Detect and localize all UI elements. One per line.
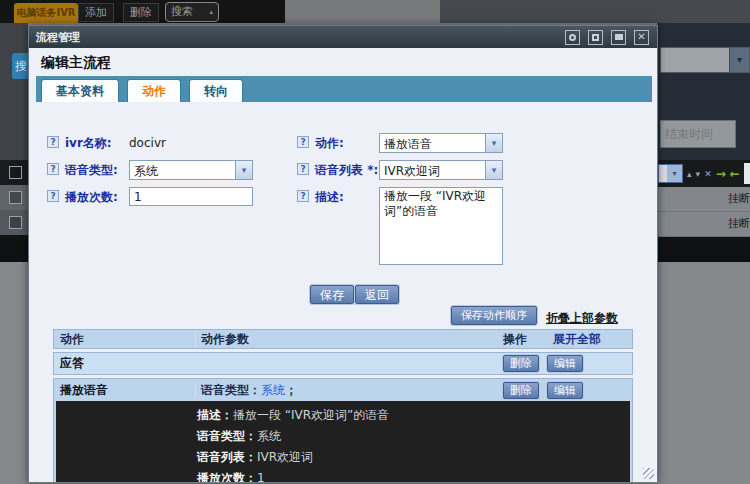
bg-toolbar-box: [744, 163, 750, 184]
voice-type-link[interactable]: 系统: [261, 383, 285, 397]
row-action-name: 应答: [54, 355, 195, 372]
bg-grid-header-row: [0, 160, 28, 185]
background-topbar-right: [440, 0, 750, 23]
detail-line: 播放次数：1: [197, 468, 622, 482]
bg-search-toggle[interactable]: 搜索 ▴: [165, 2, 219, 22]
row-params: 语音类型：系统；: [195, 382, 503, 399]
bg-table-footer: [657, 237, 750, 262]
row-action-name: 播放语音: [54, 382, 195, 399]
window-body: 编辑主流程 基本资料 动作 转向 ? ivr名称: docivr ? 语音类型:…: [29, 48, 657, 482]
checkbox[interactable]: [9, 216, 22, 229]
help-icon[interactable]: ?: [297, 190, 309, 202]
page: 电脑话务IVR 添加 删除 搜索 ▴ 搜 ▾ ▾ ▴ ▾ ✕ → ← 挂断 挂断…: [0, 0, 750, 484]
background-left-panel: [0, 23, 28, 160]
clear-icon[interactable]: ✕: [704, 169, 712, 179]
bg-table-row: 挂断: [657, 187, 750, 212]
chevron-down-icon: ▾: [485, 134, 502, 152]
detail-line: 语音类型：系统: [197, 426, 622, 447]
checkbox[interactable]: [9, 191, 22, 204]
collapse-icon: ▴: [209, 3, 213, 21]
tab-basic-info[interactable]: 基本资料: [41, 79, 119, 102]
col-params: 动作参数: [195, 331, 503, 348]
tab-redirect[interactable]: 转向: [189, 79, 243, 102]
back-button[interactable]: 返回: [355, 285, 399, 304]
help-icon[interactable]: ?: [47, 136, 59, 148]
help-icon[interactable]: ?: [297, 136, 309, 148]
arrow-left-icon[interactable]: ←: [730, 167, 740, 181]
description-textarea[interactable]: 播放一段 “IVR欢迎词”的语音: [379, 187, 503, 265]
bg-search-label: 搜索: [171, 3, 193, 21]
window-title: 流程管理: [29, 30, 557, 45]
table-row-play-voice: 播放语音 语音类型：系统； 删除 编辑 描述：播放一段 “IVR欢迎词”的语音: [53, 378, 633, 482]
help-icon[interactable]: ?: [297, 163, 309, 175]
window-titlebar[interactable]: 流程管理 ✕: [29, 26, 657, 48]
checkbox[interactable]: [9, 166, 22, 179]
detail-line: 语音列表：IVR欢迎词: [197, 447, 622, 468]
edit-button[interactable]: 编辑: [547, 382, 583, 399]
restore-icon[interactable]: [565, 30, 580, 45]
collapse-params-link[interactable]: 折叠上部参数: [546, 310, 618, 327]
voice-list-select[interactable]: IVR欢迎词 ▾: [379, 160, 503, 180]
resize-grip-icon[interactable]: [643, 468, 654, 479]
bg-delete-button[interactable]: 删除: [123, 3, 159, 22]
sort-desc-icon[interactable]: ▾: [696, 169, 701, 179]
tab-action[interactable]: 动作: [127, 79, 181, 102]
tab-bar: 基本资料 动作 转向: [36, 76, 652, 102]
close-icon[interactable]: ✕: [634, 30, 649, 45]
page-title: 编辑主流程: [41, 54, 111, 72]
bg-grid-row: [0, 210, 28, 235]
flow-management-window: 流程管理 ✕ 编辑主流程 基本资料 动作 转向 ? ivr名称: docivr …: [28, 25, 658, 483]
save-action-order-button[interactable]: 保存动作顺序: [451, 306, 537, 325]
detail-line: 描述：播放一段 “IVR欢迎词”的语音: [197, 405, 622, 426]
bg-tab-ivr[interactable]: 电脑话务IVR: [14, 3, 78, 23]
action-label: 动作:: [315, 135, 344, 152]
maximize-icon[interactable]: [588, 30, 603, 45]
table-row-answer: 应答 删除 编辑: [53, 352, 633, 375]
voice-list-label: 语音列表 *:: [315, 162, 378, 179]
chevron-down-icon: ▾: [667, 165, 682, 182]
bg-grid-row: [0, 185, 28, 210]
field-voice-type: ? 语音类型:: [47, 162, 118, 179]
help-icon[interactable]: ?: [47, 163, 59, 175]
play-count-input[interactable]: [129, 187, 253, 206]
chevron-down-icon: ▾: [729, 48, 749, 72]
bg-table-row: 挂断: [657, 212, 750, 237]
bg-dropdown[interactable]: ▾: [660, 47, 750, 73]
bg-add-button[interactable]: 添加: [78, 3, 114, 22]
actions-table: 动作 动作参数 操作 展开全部 应答 删除 编辑 播放语音: [53, 329, 633, 482]
voice-type-label: 语音类型:: [65, 162, 118, 179]
ivr-name-value: docivr: [129, 136, 166, 150]
chevron-down-icon: ▾: [485, 161, 502, 179]
delete-button[interactable]: 删除: [503, 355, 539, 372]
chevron-down-icon: ▾: [235, 161, 252, 179]
voice-type-select[interactable]: 系统 ▾: [129, 160, 253, 180]
bg-toolbar-dropdown[interactable]: ▾: [658, 164, 683, 183]
action-select[interactable]: 播放语音 ▾: [379, 133, 503, 153]
save-button[interactable]: 保存: [310, 285, 354, 304]
minimize-icon[interactable]: [611, 30, 626, 45]
action-detail-panel: 描述：播放一段 “IVR欢迎词”的语音 语音类型：系统 语音列表：IVR欢迎词 …: [56, 401, 630, 482]
field-voice-list: ? 语音列表 *:: [297, 162, 378, 179]
field-ivr-name: ? ivr名称:: [47, 135, 112, 152]
col-operation: 操作: [503, 331, 553, 348]
sort-asc-icon[interactable]: ▴: [687, 169, 692, 179]
description-label: 描述:: [315, 189, 344, 206]
col-action: 动作: [54, 331, 195, 348]
edit-button[interactable]: 编辑: [547, 355, 583, 372]
field-action: ? 动作:: [297, 135, 344, 152]
delete-button[interactable]: 删除: [503, 382, 539, 399]
ivr-name-label: ivr名称:: [65, 135, 112, 152]
expand-all-link[interactable]: 展开全部: [553, 331, 632, 348]
arrow-right-icon[interactable]: →: [716, 167, 726, 181]
end-time-input[interactable]: [660, 120, 736, 148]
field-play-count: ? 播放次数:: [47, 189, 118, 206]
bg-toolbar: ▾ ▴ ▾ ✕ → ←: [657, 160, 750, 187]
table-header: 动作 动作参数 操作 展开全部: [53, 329, 633, 349]
help-icon[interactable]: ?: [47, 190, 59, 202]
bg-grid-footer: [0, 235, 28, 262]
play-count-label: 播放次数:: [65, 189, 118, 206]
field-description: ? 描述:: [297, 189, 344, 206]
